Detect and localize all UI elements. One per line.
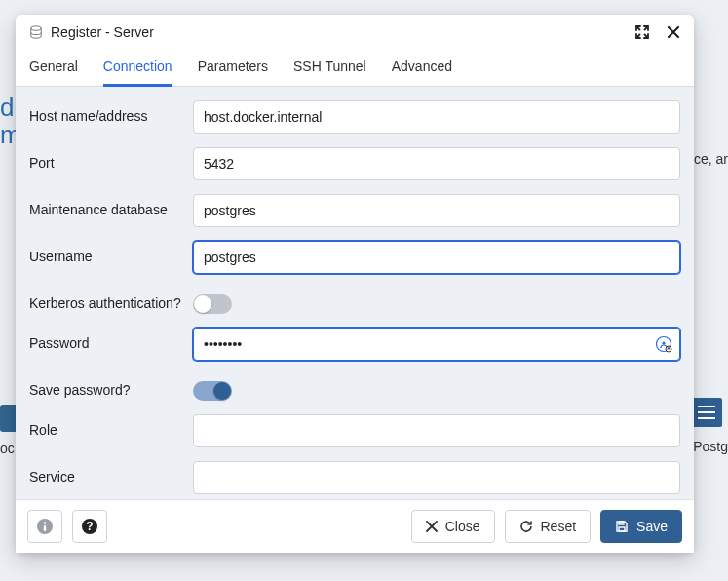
password-visibility-icon[interactable] <box>655 335 672 353</box>
dialog-title: Register - Server <box>51 24 154 40</box>
label-service: Service <box>29 461 193 486</box>
maintenance-db-input[interactable] <box>193 194 680 227</box>
dialog-tabs: General Connection Parameters SSH Tunnel… <box>16 49 694 87</box>
tab-parameters[interactable]: Parameters <box>198 49 268 87</box>
tab-connection[interactable]: Connection <box>103 49 172 87</box>
info-button[interactable] <box>27 510 62 543</box>
close-button[interactable]: Close <box>411 510 495 543</box>
svg-rect-10 <box>619 522 624 524</box>
svg-point-2 <box>662 341 665 344</box>
port-input[interactable] <box>193 147 680 180</box>
tab-advanced[interactable]: Advanced <box>392 49 452 87</box>
reset-button[interactable]: Reset <box>505 510 592 543</box>
label-password: Password <box>29 328 193 353</box>
label-kerberos: Kerberos authentication? <box>29 288 193 313</box>
bg-heading-fragment: d <box>0 93 14 123</box>
role-input[interactable] <box>193 414 680 447</box>
kerberos-toggle[interactable] <box>193 294 232 314</box>
reset-icon <box>519 520 533 533</box>
label-role: Role <box>29 414 193 440</box>
label-host: Host name/address <box>29 100 193 126</box>
hamburger-icon[interactable] <box>691 398 722 427</box>
save-password-toggle[interactable] <box>193 381 232 401</box>
service-input[interactable] <box>193 461 680 494</box>
help-button[interactable]: ? <box>72 510 107 543</box>
bg-text-fragment: oc <box>0 441 15 456</box>
server-icon <box>29 25 43 39</box>
expand-icon[interactable] <box>635 25 649 39</box>
connection-form: Host name/address Port Maintenance datab… <box>16 87 694 499</box>
bg-text-fragment: ce, ar <box>694 151 728 167</box>
tab-general[interactable]: General <box>29 49 78 87</box>
help-icon: ? <box>81 518 98 535</box>
info-icon <box>36 518 54 535</box>
save-button[interactable]: Save <box>600 510 682 543</box>
save-button-label: Save <box>636 519 668 534</box>
dialog-footer: ? Close Reset Save <box>16 499 694 553</box>
close-icon[interactable] <box>667 25 680 39</box>
x-icon <box>426 521 438 532</box>
svg-text:?: ? <box>86 520 93 533</box>
svg-rect-11 <box>619 527 625 531</box>
bg-text-fragment: Postg <box>693 439 728 454</box>
username-input[interactable] <box>193 241 680 274</box>
svg-point-6 <box>44 522 47 524</box>
label-port: Port <box>29 147 193 173</box>
label-username: Username <box>29 241 193 266</box>
close-button-label: Close <box>445 519 480 534</box>
tab-ssh-tunnel[interactable]: SSH Tunnel <box>293 49 366 87</box>
svg-rect-7 <box>44 525 46 531</box>
label-save-password: Save password? <box>29 374 193 400</box>
save-icon <box>615 520 629 533</box>
label-maintenance-db: Maintenance database <box>29 194 193 219</box>
register-server-dialog: Register - Server General Connection Par… <box>16 15 694 553</box>
host-input[interactable] <box>193 100 680 134</box>
dialog-titlebar: Register - Server <box>16 15 694 49</box>
svg-point-0 <box>31 26 42 30</box>
password-input[interactable] <box>193 328 680 361</box>
reset-button-label: Reset <box>541 519 577 534</box>
